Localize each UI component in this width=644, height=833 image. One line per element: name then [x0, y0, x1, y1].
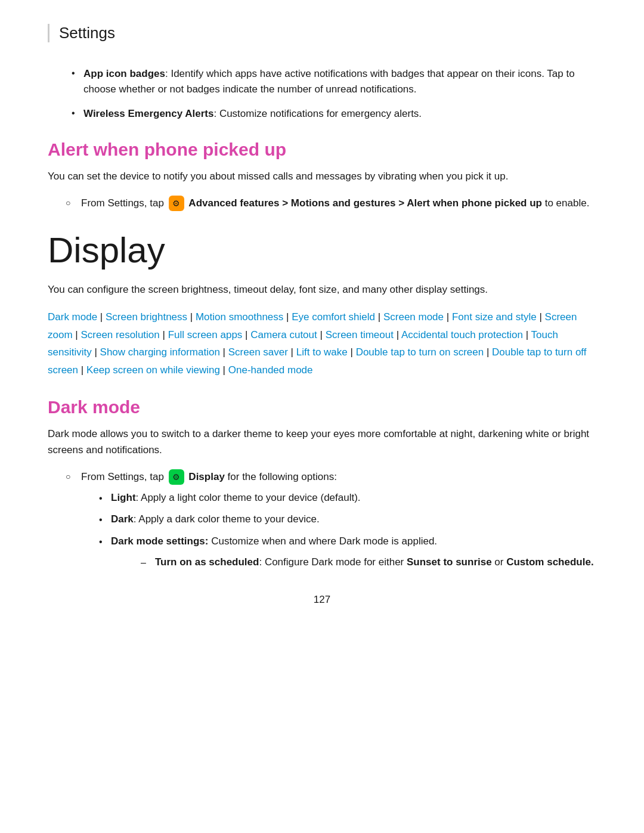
link-screen-saver[interactable]: Screen saver	[228, 346, 288, 358]
list-item: App icon badges: Identify which apps hav…	[72, 66, 596, 98]
step-text-before: From Settings, tap	[81, 197, 167, 209]
alert-section-body: You can set the device to notify you abo…	[48, 168, 596, 184]
link-screen-brightness[interactable]: Screen brightness	[106, 311, 187, 323]
link-dark-mode[interactable]: Dark mode	[48, 311, 97, 323]
link-one-handed-mode[interactable]: One-handed mode	[228, 364, 313, 376]
term-dark-mode-settings: Dark mode settings:	[111, 535, 208, 547]
display-section-heading: Display	[48, 230, 596, 271]
dark-mode-section: Dark mode Dark mode allows you to switch…	[48, 397, 596, 570]
link-lift-to-wake[interactable]: Lift to wake	[296, 346, 348, 358]
link-show-charging[interactable]: Show charging information	[100, 346, 220, 358]
dark-mode-sub-list: Light: Apply a light color theme to your…	[99, 490, 596, 570]
term-light: Light	[111, 492, 136, 503]
link-camera-cutout[interactable]: Camera cutout	[250, 329, 317, 340]
dark-mode-bold-display: Display	[188, 471, 224, 482]
display-section-body: You can configure the screen brightness,…	[48, 281, 596, 298]
link-screen-mode[interactable]: Screen mode	[383, 311, 444, 323]
alert-section: Alert when phone picked up You can set t…	[48, 140, 596, 212]
list-item: From Settings, tap ⚙ Display for the fol…	[66, 469, 596, 570]
desc-light: : Apply a light color theme to your devi…	[136, 492, 361, 503]
page-container: Settings App icon badges: Identify which…	[0, 0, 644, 833]
step-bold-text: Advanced features > Motions and gestures…	[188, 197, 542, 209]
display-icon: ⚙	[169, 469, 184, 485]
header-section: Settings	[48, 24, 596, 42]
page-title: Settings	[59, 24, 115, 42]
desc-dark-mode-settings: Customize when and where Dark mode is ap…	[208, 535, 437, 547]
term-turn-on-scheduled: Turn on as scheduled	[155, 556, 259, 568]
link-motion-smoothness[interactable]: Motion smoothness	[196, 311, 283, 323]
link-accidental-touch[interactable]: Accidental touch protection	[401, 329, 523, 340]
alert-section-heading: Alert when phone picked up	[48, 140, 596, 160]
dark-mode-step-after: for the following options:	[228, 471, 337, 482]
list-item: From Settings, tap ⚙ Advanced features >…	[66, 195, 596, 212]
link-eye-comfort[interactable]: Eye comfort shield	[292, 311, 375, 323]
link-full-screen-apps[interactable]: Full screen apps	[168, 329, 243, 340]
desc-turn-on-scheduled: : Configure Dark mode for either	[259, 556, 407, 568]
link-screen-timeout[interactable]: Screen timeout	[326, 329, 394, 340]
link-screen-resolution[interactable]: Screen resolution	[80, 329, 159, 340]
step-text-after: to enable.	[545, 197, 590, 209]
list-item: Light: Apply a light color theme to your…	[99, 490, 596, 506]
page-number: 127	[48, 594, 596, 606]
list-item: Dark: Apply a dark color theme to your d…	[99, 512, 596, 527]
list-item: Dark mode settings: Customize when and w…	[99, 534, 596, 571]
alert-circle-list: From Settings, tap ⚙ Advanced features >…	[66, 195, 596, 212]
link-keep-screen-on[interactable]: Keep screen on while viewing	[86, 364, 220, 376]
dark-mode-heading: Dark mode	[48, 397, 596, 417]
link-font-size[interactable]: Font size and style	[452, 311, 537, 323]
dark-mode-body: Dark mode allows you to switch to a dark…	[48, 426, 596, 458]
term-app-icon-badges: App icon badges	[83, 68, 165, 79]
desc-dark: : Apply a dark color theme to your devic…	[134, 513, 320, 525]
list-item: Wireless Emergency Alerts: Customize not…	[72, 106, 596, 122]
display-links-block: Dark mode | Screen brightness | Motion s…	[48, 308, 596, 379]
dark-mode-dash-list: Turn on as scheduled: Configure Dark mod…	[141, 554, 596, 570]
text-or: or	[492, 556, 507, 568]
term-custom-schedule: Custom schedule.	[506, 556, 593, 568]
term-sunset: Sunset to sunrise	[407, 556, 492, 568]
advanced-features-icon: ⚙	[169, 196, 184, 211]
display-section: Display You can configure the screen bri…	[48, 230, 596, 379]
dark-mode-circle-list: From Settings, tap ⚙ Display for the fol…	[66, 469, 596, 570]
dark-mode-step-before: From Settings, tap	[81, 471, 167, 482]
term-wireless-emergency: Wireless Emergency Alerts	[83, 108, 213, 119]
link-double-tap-on[interactable]: Double tap to turn on screen	[356, 346, 484, 358]
top-bullet-list: App icon badges: Identify which apps hav…	[72, 66, 596, 122]
term-dark: Dark	[111, 513, 134, 525]
list-item: Turn on as scheduled: Configure Dark mod…	[141, 554, 596, 570]
desc-wireless-emergency: : Customize notifications for emergency …	[213, 108, 422, 119]
